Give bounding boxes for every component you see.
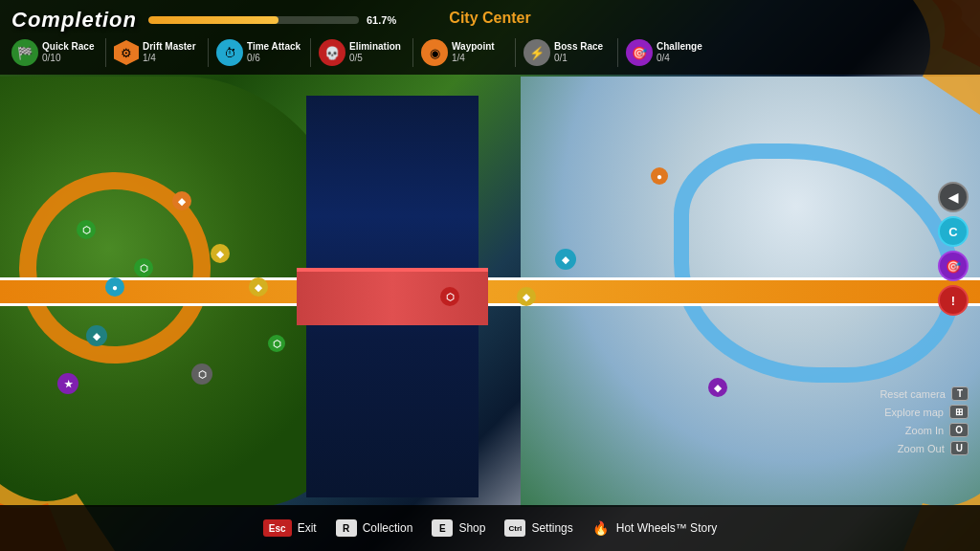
- zoom-in-key: O: [949, 423, 969, 437]
- progress-bar: [148, 16, 359, 24]
- challenge-count: 0/4: [657, 53, 702, 64]
- waypoint-count: 1/4: [452, 53, 495, 64]
- map-marker[interactable]: ●: [105, 277, 124, 297]
- completion-title: Completion: [11, 8, 137, 33]
- collection-action[interactable]: R Collection: [336, 519, 413, 537]
- top-bar: Completion 61.7% City Center 🏁 Quick Rac…: [0, 0, 980, 75]
- zoom-out-hint: Zoom Out U: [898, 441, 969, 455]
- exit-label: Exit: [298, 521, 317, 535]
- target-button[interactable]: 🎯: [938, 251, 969, 281]
- map-marker[interactable]: ◆: [172, 191, 191, 210]
- boss-race-info: Boss Race 0/1: [554, 41, 603, 64]
- quick-race-info: Quick Race 0/10: [42, 41, 94, 64]
- time-attack-info: Time Attack 0/6: [247, 41, 301, 64]
- time-attack-label: Time Attack: [247, 41, 301, 53]
- drift-master-label: Drift Master: [143, 41, 196, 53]
- quick-race-icon: 🏁: [11, 39, 38, 66]
- map-marker[interactable]: ⬡: [440, 287, 459, 306]
- explore-map-key: ⊞: [949, 405, 969, 419]
- race-type-challenge[interactable]: 🎯 Challenge 0/4: [626, 39, 712, 66]
- map-marker[interactable]: ⬡: [191, 364, 212, 385]
- bottom-bar: Esc Exit R Collection E Shop Ctrl Settin…: [0, 505, 980, 551]
- challenge-icon: 🎯: [626, 39, 653, 66]
- drift-master-icon: ⚙: [114, 40, 139, 65]
- boss-race-icon: ⚡: [523, 39, 550, 66]
- map-marker[interactable]: ◆: [86, 325, 107, 346]
- time-attack-count: 0/6: [247, 53, 301, 64]
- shop-label: Shop: [458, 521, 485, 535]
- side-buttons-panel: ◀ C 🎯 !: [938, 182, 969, 316]
- progress-percent: 61.7%: [367, 14, 396, 26]
- reset-camera-hint: Reset camera T: [880, 386, 969, 401]
- back-button[interactable]: ◀: [938, 182, 969, 212]
- zoom-in-label: Zoom In: [905, 425, 944, 436]
- esc-key: Esc: [263, 519, 292, 537]
- shop-action[interactable]: E Shop: [432, 519, 485, 537]
- hotwheels-icon: 🔥: [592, 520, 609, 536]
- hotwheels-story-action[interactable]: 🔥 Hot Wheels™ Story: [592, 520, 717, 536]
- e-key: E: [432, 519, 453, 537]
- map-marker[interactable]: ◆: [249, 277, 268, 297]
- zoom-out-key: U: [950, 441, 969, 455]
- divider: [310, 38, 311, 67]
- zoom-out-label: Zoom Out: [898, 443, 945, 454]
- boss-race-label: Boss Race: [554, 41, 603, 53]
- race-type-waypoint[interactable]: ◉ Waypoint 1/4: [421, 39, 507, 66]
- divider: [617, 38, 618, 67]
- divider: [105, 38, 106, 67]
- map-marker[interactable]: ◆: [708, 378, 727, 397]
- divider: [208, 38, 209, 67]
- elimination-count: 0/5: [349, 53, 401, 64]
- map-marker[interactable]: ●: [651, 167, 668, 185]
- quick-race-label: Quick Race: [42, 41, 94, 53]
- divider: [412, 38, 413, 67]
- alert-button[interactable]: !: [938, 285, 969, 316]
- map-marker[interactable]: ⬡: [134, 258, 153, 277]
- map-marker[interactable]: ⬡: [268, 335, 285, 352]
- progress-bar-fill: [148, 16, 278, 24]
- map-marker[interactable]: ★: [57, 373, 78, 394]
- explore-map-hint: Explore map ⊞: [884, 405, 969, 419]
- map-marker[interactable]: ⬡: [77, 220, 96, 239]
- hotwheels-story-label: Hot Wheels™ Story: [616, 521, 717, 535]
- map-marker[interactable]: ◆: [211, 244, 230, 263]
- settings-action[interactable]: Ctrl Settings: [504, 519, 572, 537]
- quick-race-count: 0/10: [42, 53, 94, 64]
- race-type-boss-race[interactable]: ⚡ Boss Race 0/1: [523, 39, 610, 66]
- waypoint-icon: ◉: [421, 39, 448, 66]
- race-type-time-attack[interactable]: ⏱ Time Attack 0/6: [216, 39, 302, 66]
- race-type-quick-race[interactable]: 🏁 Quick Race 0/10: [11, 39, 98, 66]
- reset-camera-key: T: [951, 386, 969, 401]
- map-marker[interactable]: ◆: [555, 249, 576, 270]
- waypoint-info: Waypoint 1/4: [452, 41, 495, 64]
- drift-master-info: Drift Master 1/4: [143, 41, 196, 64]
- completion-header: Completion 61.7% City Center: [11, 8, 969, 33]
- elimination-label: Elimination: [349, 41, 401, 53]
- map-background: ⬡ ⬡ ◆ ◆ ◆ ● ★ ◆ ⬡ ◆ ◆ ● ◆ ⬡ ⬡: [0, 0, 980, 551]
- map-marker[interactable]: ◆: [517, 287, 536, 306]
- location-title: City Center: [449, 10, 530, 27]
- challenge-info: Challenge 0/4: [657, 41, 702, 64]
- r-key: R: [336, 519, 357, 537]
- waypoint-label: Waypoint: [452, 41, 495, 53]
- drift-master-count: 1/4: [143, 53, 196, 64]
- reset-camera-label: Reset camera: [880, 388, 945, 400]
- time-attack-icon: ⏱: [216, 39, 243, 66]
- collection-label: Collection: [363, 521, 413, 535]
- right-controls: Reset camera T Explore map ⊞ Zoom In O Z…: [880, 386, 969, 455]
- progress-container: 61.7%: [148, 14, 969, 26]
- c-button[interactable]: C: [938, 216, 969, 247]
- explore-map-label: Explore map: [884, 407, 944, 418]
- ctrl-key: Ctrl: [504, 519, 525, 537]
- settings-label: Settings: [531, 521, 572, 535]
- race-type-drift-master[interactable]: ⚙ Drift Master 1/4: [114, 40, 200, 65]
- divider: [515, 38, 516, 67]
- boss-race-count: 0/1: [554, 53, 603, 64]
- race-type-elimination[interactable]: 💀 Elimination 0/5: [319, 39, 405, 66]
- elimination-info: Elimination 0/5: [349, 41, 401, 64]
- race-types-row: 🏁 Quick Race 0/10 ⚙ Drift Master 1/4 ⏱ T…: [11, 38, 969, 67]
- exit-action[interactable]: Esc Exit: [263, 519, 317, 537]
- zoom-in-hint: Zoom In O: [905, 423, 969, 437]
- elimination-icon: 💀: [319, 39, 345, 66]
- challenge-label: Challenge: [657, 41, 702, 53]
